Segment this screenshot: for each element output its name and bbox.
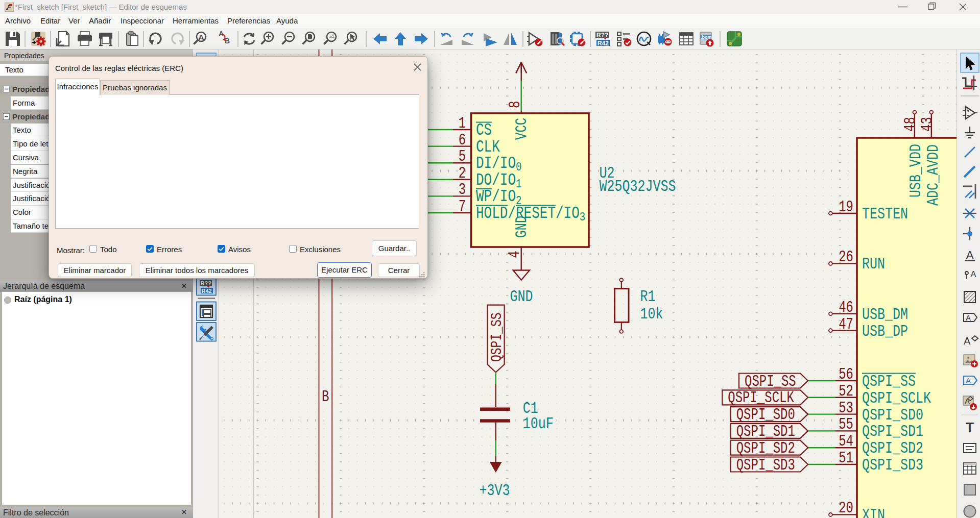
svg-text:QSPI_SS: QSPI_SS [488, 312, 505, 362]
svg-text:T: T [966, 420, 974, 435]
svg-text:QSPI_SCLK: QSPI_SCLK [862, 389, 931, 408]
svg-text:QSPI_SD2: QSPI_SD2 [736, 439, 795, 457]
svg-text:A: A [219, 30, 224, 38]
svg-text:B: B [225, 37, 230, 45]
svg-text:4: 4 [506, 251, 523, 258]
svg-text:VCC: VCC [513, 118, 531, 140]
svg-text:QSPI_SS: QSPI_SS [862, 372, 916, 391]
svg-text:6: 6 [459, 131, 466, 149]
svg-text:XIN: XIN [862, 506, 885, 518]
svg-text:A: A [966, 249, 974, 261]
svg-text:19: 19 [839, 198, 853, 216]
svg-text:54: 54 [839, 433, 853, 451]
svg-text:GND: GND [510, 287, 533, 306]
svg-text:10k: 10k [640, 305, 663, 324]
svg-text:USB_VDD: USB_VDD [906, 144, 925, 198]
svg-text:QSPI_SD2: QSPI_SD2 [862, 439, 923, 458]
svg-text:QSPI_SD0: QSPI_SD0 [736, 406, 795, 424]
svg-text:A: A [199, 33, 204, 41]
svg-text:51: 51 [839, 449, 853, 467]
svg-text:R??: R?? [201, 280, 212, 286]
svg-text:QSPI_SCLK: QSPI_SCLK [728, 389, 794, 407]
svg-text:USB_DP: USB_DP [862, 322, 908, 341]
svg-text:47: 47 [839, 315, 853, 333]
svg-text:GND: GND [513, 216, 531, 238]
svg-text:HOLD/RESET/IO3: HOLD/RESET/IO3 [476, 204, 585, 225]
svg-text:RUN: RUN [862, 255, 885, 274]
svg-text:R42: R42 [597, 40, 609, 47]
svg-text:46: 46 [839, 299, 853, 316]
svg-text:3: 3 [459, 181, 466, 199]
svg-text:A: A [970, 269, 976, 279]
svg-text:TESTEN: TESTEN [862, 205, 908, 224]
svg-text:W25Q32JVSS: W25Q32JVSS [600, 177, 676, 196]
svg-text:QSPI_SD0: QSPI_SD0 [862, 406, 923, 425]
svg-text:R??: R?? [596, 32, 608, 39]
svg-text:A: A [966, 376, 971, 385]
svg-text:QSPI_SD3: QSPI_SD3 [862, 456, 923, 475]
svg-text:5: 5 [459, 148, 466, 166]
svg-text:20: 20 [839, 500, 853, 517]
svg-text:53: 53 [839, 399, 853, 417]
svg-text:A: A [966, 313, 971, 322]
svg-text:+3V3: +3V3 [480, 481, 510, 500]
svg-text:ADC_AVDD: ADC_AVDD [924, 144, 943, 206]
svg-text:10uF: 10uF [523, 414, 554, 433]
svg-text:QSPI_SD3: QSPI_SD3 [736, 456, 795, 474]
svg-text:26: 26 [839, 249, 853, 266]
svg-text:48: 48 [901, 117, 919, 132]
svg-text:2: 2 [459, 164, 466, 182]
svg-text:43: 43 [918, 117, 936, 132]
svg-text:B: B [322, 388, 329, 406]
svg-text:52: 52 [839, 382, 853, 400]
svg-text:USB_DM: USB_DM [862, 305, 908, 324]
svg-text:A: A [964, 335, 971, 347]
svg-text:1: 1 [459, 114, 466, 132]
svg-text:56: 56 [839, 365, 853, 383]
svg-text:QSPI_SD1: QSPI_SD1 [736, 423, 795, 440]
svg-text:.bom: .bom [701, 35, 712, 40]
svg-text:R42: R42 [202, 288, 212, 294]
svg-text:R1: R1 [640, 287, 656, 306]
svg-text:8: 8 [507, 101, 524, 108]
svg-text:QSPI_SS: QSPI_SS [745, 373, 796, 390]
svg-text:QSPI_SD1: QSPI_SD1 [862, 423, 923, 441]
svg-text:55: 55 [839, 416, 853, 434]
svg-text:7: 7 [459, 198, 466, 215]
